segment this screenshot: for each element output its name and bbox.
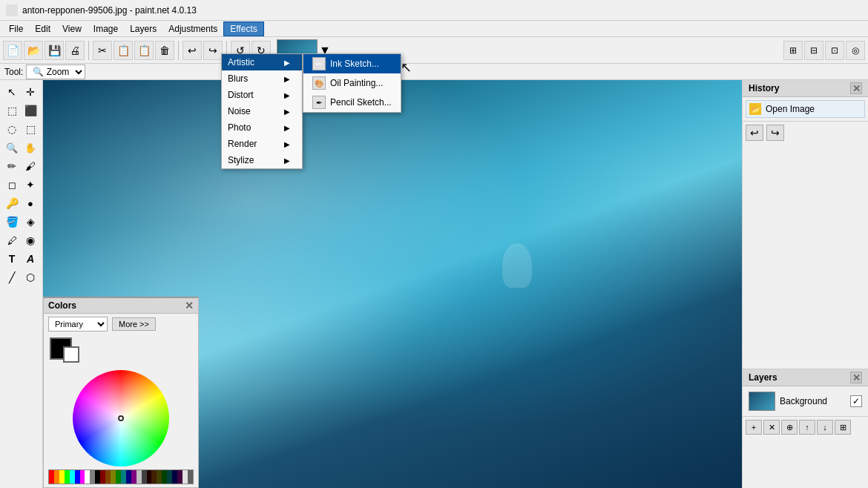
zoom-mode-button1[interactable]: ⊞	[783, 41, 803, 60]
color-strip-cell[interactable]	[183, 470, 188, 484]
save-button[interactable]: 💾	[45, 41, 64, 60]
layer-item[interactable]: Background ✓	[746, 389, 865, 413]
color-strip-cell[interactable]	[111, 470, 116, 484]
tool-line[interactable]: ╱	[3, 268, 21, 286]
color-strip-cell[interactable]	[121, 470, 126, 484]
color-strip-cell[interactable]	[100, 470, 105, 484]
color-strip-cell[interactable]	[80, 470, 85, 484]
menu-layers[interactable]: Layers	[124, 22, 162, 36]
zoom-mode-button3[interactable]: ⊡	[825, 41, 844, 60]
history-item[interactable]: 📂 Open Image	[746, 100, 865, 118]
effects-menu-photo[interactable]: Photo ▶	[222, 119, 302, 136]
layer-visibility-check[interactable]: ✓	[850, 395, 862, 407]
color-strip-cell[interactable]	[162, 470, 167, 484]
menu-effects[interactable]: Effects	[223, 22, 263, 36]
color-strip-cell[interactable]	[59, 470, 65, 484]
tool-select[interactable]: ↖	[3, 83, 21, 101]
tool-selector[interactable]: 🔍 Zoom	[26, 65, 85, 79]
color-strip-cell[interactable]	[49, 470, 54, 484]
color-strip-cell[interactable]	[65, 470, 70, 484]
effects-menu-blurs[interactable]: Blurs ▶	[222, 70, 302, 87]
menu-adjustments[interactable]: Adjustments	[162, 22, 223, 36]
tool-rect-select[interactable]: ⬛	[22, 102, 39, 119]
menu-image[interactable]: Image	[88, 22, 124, 36]
tool-zoom[interactable]: 🔍	[3, 139, 21, 156]
color-wheel[interactable]	[73, 370, 169, 466]
menu-edit[interactable]: Edit	[29, 22, 56, 36]
secondary-color-swatch[interactable]	[63, 346, 79, 363]
paste-button[interactable]: 📋	[134, 41, 154, 60]
tool-lasso[interactable]: ⬚	[3, 102, 21, 119]
tool-dropper[interactable]: 🔑	[3, 194, 21, 212]
more-colors-button[interactable]: More >>	[112, 317, 156, 331]
effects-menu-stylize[interactable]: Stylize ▶	[222, 152, 302, 168]
artistic-oil-painting[interactable]: 🎨 Oil Painting...	[303, 73, 401, 93]
tool-ellipse[interactable]: ◌	[3, 120, 21, 138]
color-strip-cell[interactable]	[131, 470, 137, 484]
color-strip-cell[interactable]	[85, 470, 90, 484]
tool-text2[interactable]: A	[22, 250, 39, 268]
delete-button[interactable]: 🗑	[155, 41, 174, 60]
zoom-mode-button4[interactable]: ◎	[846, 41, 865, 60]
move-layer-down-button[interactable]: ↓	[817, 420, 833, 435]
color-strip-cell[interactable]	[177, 470, 183, 484]
undo-button[interactable]: ↩	[183, 41, 202, 60]
tool-brush[interactable]: 🖌	[22, 157, 39, 175]
delete-layer-button[interactable]: ✕	[763, 420, 780, 435]
merge-layer-button[interactable]: ⊞	[835, 420, 851, 435]
effects-menu-artistic[interactable]: Artistic ▶	[222, 54, 302, 70]
color-strip-cell[interactable]	[126, 470, 131, 484]
tool-eraser[interactable]: ◻	[3, 176, 21, 194]
effects-menu-noise[interactable]: Noise ▶	[222, 103, 302, 119]
tool-shapes[interactable]: ⬡	[22, 268, 39, 286]
menu-file[interactable]: File	[3, 22, 29, 36]
new-button[interactable]: 📄	[3, 41, 22, 60]
cut-button[interactable]: ✂	[93, 41, 112, 60]
artistic-ink-sketch[interactable]: ✏ Ink Sketch...	[303, 54, 401, 73]
tool-pixel-eraser[interactable]: ✦	[22, 176, 39, 194]
colors-close-button[interactable]: ✕	[185, 300, 194, 311]
tool-text[interactable]: T	[3, 250, 21, 268]
color-strip-cell[interactable]	[142, 470, 147, 484]
tool-color-pick[interactable]: ●	[22, 194, 39, 212]
color-strip-cell[interactable]	[105, 470, 111, 484]
effects-menu-render[interactable]: Render ▶	[222, 136, 302, 152]
tool-gradient[interactable]: ◈	[22, 213, 39, 231]
artistic-pencil-sketch[interactable]: ✒ Pencil Sketch...	[303, 93, 401, 112]
color-strip-cell[interactable]	[95, 470, 100, 484]
menu-view[interactable]: View	[56, 22, 88, 36]
color-strip-cell[interactable]	[157, 470, 162, 484]
color-strip-cell[interactable]	[70, 470, 75, 484]
color-mode-select[interactable]: Primary Secondary	[48, 317, 108, 332]
color-strip-cell[interactable]	[116, 470, 121, 484]
tool-fill[interactable]: 🪣	[3, 213, 21, 231]
tool-magic-wand[interactable]: ⬚	[22, 120, 39, 138]
open-button[interactable]: 📂	[24, 41, 43, 60]
color-strip-cell[interactable]	[172, 470, 177, 484]
add-layer-button[interactable]: +	[746, 420, 762, 435]
tool-recolor[interactable]: ◉	[22, 231, 39, 249]
color-strip-cell[interactable]	[54, 470, 59, 484]
effects-menu-distort[interactable]: Distort ▶	[222, 87, 302, 103]
redo-history-button[interactable]: ↪	[766, 125, 784, 141]
color-strip-cell[interactable]	[137, 470, 142, 484]
color-strip-cell[interactable]	[188, 470, 193, 484]
redo-button[interactable]: ↪	[203, 41, 223, 60]
duplicate-layer-button[interactable]: ⊕	[781, 420, 798, 435]
color-strip-cell[interactable]	[167, 470, 172, 484]
tool-pencil[interactable]: ✏	[3, 157, 21, 175]
layers-close-button[interactable]: ✕	[850, 372, 862, 383]
tool-clone[interactable]: 🖊	[3, 231, 21, 249]
history-close-button[interactable]: ✕	[850, 82, 862, 94]
color-strip[interactable]	[48, 469, 194, 484]
print-button[interactable]: 🖨	[65, 41, 85, 60]
color-strip-cell[interactable]	[151, 470, 157, 484]
copy-button[interactable]: 📋	[114, 41, 133, 60]
tool-pan[interactable]: ✋	[22, 139, 39, 156]
color-strip-cell[interactable]	[75, 470, 80, 484]
color-strip-cell[interactable]	[147, 470, 152, 484]
zoom-mode-button2[interactable]: ⊟	[804, 41, 823, 60]
undo-history-button[interactable]: ↩	[746, 125, 763, 141]
color-strip-cell[interactable]	[90, 470, 95, 484]
move-layer-up-button[interactable]: ↑	[799, 420, 815, 435]
